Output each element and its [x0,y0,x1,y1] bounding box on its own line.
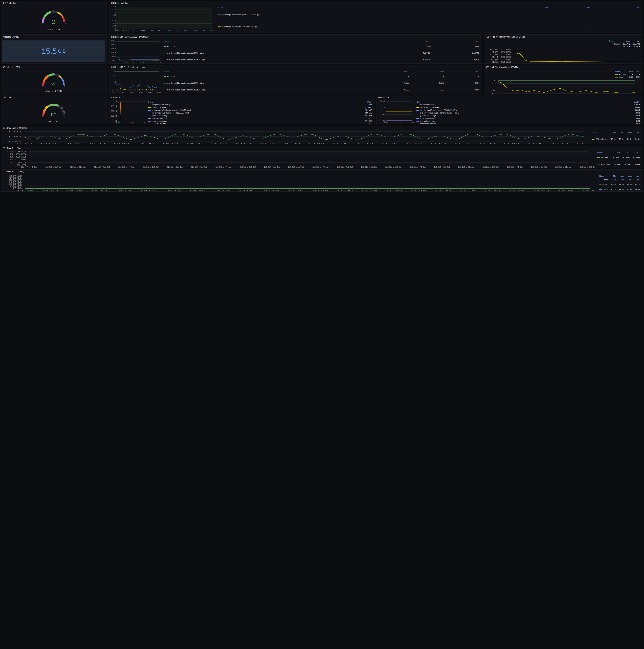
svg-text:20:45: 20:45 [311,190,328,191]
legend-row[interactable]: gke-devops-k8s-cluster-spot-33e68627-v6m… [415,109,642,112]
panel-title[interactable]: K8S Node VM Cpu Allocated Vs Usage [108,65,482,70]
svg-text:19:00: 19:00 [121,91,125,93]
svg-text:19:30: 19:30 [186,142,203,144]
chart-cpu-alloc-usage-2: 01234 18:0020:0022:00 [485,80,642,94]
svg-text:4: 4 [59,12,60,14]
legend-row[interactable]: dev-jenkins-nfs-storage100 GiB [415,106,642,109]
svg-text:15 GiB: 15 GiB [491,51,511,53]
bignum-alloc-mem: 15.5 GiB [2,40,105,62]
legend-row[interactable]: Usage13.7%14.3%13.9%14.0% [598,187,642,191]
panel-title[interactable]: Allocated Memory [1,35,106,39]
panel-title[interactable]: K8S Node VM Cpu Allocated Vs Usage [484,65,643,70]
svg-text:20:00: 20:00 [238,190,255,191]
legend-row[interactable]: Allocated444 [162,73,481,80]
legend-row[interactable]: gke-devops-k8s-cluster-general-b67c3f75-… [147,109,374,112]
legend-row[interactable]: gke-devops-k8s-cluster-general-b67c3f75-… [162,86,481,93]
svg-text:21:15: 21:15 [356,142,373,144]
svg-text:2: 2 [112,80,113,82]
legend-row[interactable]: gke-devops-k8s-cluster-spot-33e68627-grp… [217,20,642,33]
svg-text:0: 0 [42,23,43,25]
svg-text:21:00: 21:00 [332,142,349,144]
legend-row[interactable]: CPU Utilization13.5%16.3%14.5%14.6% [591,134,642,144]
svg-text:17:45: 17:45 [15,142,32,144]
panel-sql-cpu: SQL Database CPU Usage 14%15%16% 17:4518… [1,126,643,144]
legend-row[interactable]: maven-nfs-storage0 B [147,117,374,120]
legend-row[interactable]: sonar-data-storage55.4 KiB [147,120,374,122]
legend-row[interactable]: dev-jenkins-nfs-storage166 KiB [147,103,374,106]
panel-title[interactable]: Disk Writes [108,95,375,100]
svg-text:20:00: 20:00 [129,122,133,124]
panel-title[interactable]: K8S Node Size [1,1,106,5]
svg-text:21:00: 21:00 [167,30,171,32]
panel-sql-disk: SQL DataBase Disk 0 B2 GiB4 GiB6 GiB8 Gi… [1,146,643,168]
svg-text:4: 4 [112,70,113,72]
legend-cpu-alloc: Name Mean Max Last * Allocated444gke-dev… [162,70,481,93]
legend-row[interactable]: gke-devops-k8s-cluster-general-b67c3f75-… [217,9,642,20]
panel-title[interactable]: K8s Allocated CPU [1,65,106,70]
svg-text:22:30: 22:30 [483,190,500,191]
legend-row[interactable]: Allocated44 [614,73,642,76]
panel-menu-icon[interactable]: ⋮ [478,36,480,38]
legend-row[interactable]: Used13.1 GiB13.0 GiB [608,45,642,48]
legend-disk-writes: Name Mean dev-jenkins-nfs-storage166 KiB… [147,100,374,124]
svg-text:2: 2 [45,76,46,78]
svg-text:18:00: 18:00 [116,122,120,124]
legend-row[interactable]: gke-devops-k8s-cluster-general-b67c3f75-… [162,56,481,63]
panel-title-text[interactable]: K8S Node VM Memory Allocated Vs Usage [110,36,149,38]
svg-text:0: 0 [42,85,43,87]
svg-text:19:00: 19:00 [139,190,157,191]
legend-row[interactable]: grafana-nfs-storage11.8 KiB [147,114,374,117]
svg-text:18:00: 18:00 [114,30,119,32]
legend-cpu-alloc-2: Name Max Last * Allocated44Used3.930.680 [614,70,642,78]
svg-text:21:30: 21:30 [385,190,402,191]
panel-title[interactable]: SQL Database CPU Usage [1,126,643,130]
legend-sql-mem: Name Min Max Mean Last * Cache2.77%2.90%… [598,175,642,191]
panel-title[interactable]: SQL DataBase Disk [1,146,643,150]
legend-row[interactable]: forum-nfs-storage3 GiB [415,120,642,122]
svg-text:15.5 GiB: 15.5 GiB [486,49,511,51]
panel-title[interactable]: SQL DataBase Memory [1,170,643,174]
legend-row[interactable]: sonar-nfs-storage0 B [147,122,374,124]
svg-text:4: 4 [53,73,54,75]
svg-text:1 GiB: 1 GiB [113,100,118,102]
legend-row[interactable]: Total Provisioned219 GiB [415,103,642,106]
legend-row[interactable]: Bytes Used302 MiB302 MiB302 MiB [596,161,642,168]
legend-row[interactable]: Free82.9%83.5%83.2%83.1% [598,182,642,187]
svg-text:21:15: 21:15 [360,190,377,191]
panel-title[interactable]: K8S Node Pool Size [108,1,643,5]
legend-row[interactable]: gke-devops-k8s-cluster-spot-33e68627-v6m… [162,80,481,87]
svg-text:18:00: 18:00 [45,166,62,168]
svg-text:5: 5 [64,17,65,19]
svg-text:2: 2 [47,12,48,14]
svg-text:10 GiB: 10 GiB [111,52,116,54]
panel-title[interactable]: K8s Pods [1,95,106,100]
legend-row[interactable]: Allocated15.5 GiB15.5 GiB [608,43,642,45]
legend-row[interactable]: gke-devops-k8s-cluster-spot-33e68627-v6m… [162,50,481,56]
svg-text:21:00: 21:00 [337,166,353,168]
legend-row[interactable]: Allocated9.75 GiB9.75 GiB9.75 GiB [596,154,642,161]
panel-title[interactable]: K8S Node VM Memory Allocated Vs Usage [484,35,643,39]
svg-text:40: 40 [53,103,55,105]
legend-row[interactable]: gke-devops-k8s-cluster-spot-33e68627-v6m… [147,112,374,114]
svg-text:22:45: 22:45 [503,142,519,144]
panel-title[interactable]: Disk Allocated [377,95,643,100]
legend-row[interactable]: Used3.930.680 [614,76,642,78]
svg-text:22:00: 22:00 [148,91,152,93]
svg-text:19:00: 19:00 [137,142,154,144]
svg-text:0 B: 0 B [115,120,118,122]
svg-text:20:00: 20:00 [132,61,136,63]
svg-text:1.25: 1.25 [112,14,116,16]
svg-text:18:30: 18:30 [94,166,111,168]
svg-text:20: 20 [44,108,46,110]
legend-row[interactable]: forum-nfs-storage46.6 KiB [147,106,374,109]
svg-text:0.5: 0.5 [113,23,116,25]
svg-text:23:15: 23:15 [551,142,568,144]
legend-row[interactable]: sonar-data-storage3 GiB [415,122,642,124]
legend-row[interactable]: gke-devops-k8s-cluster-general-b67c3f75-… [415,112,642,114]
legend-row[interactable]: Allocated15.5 GiB15.5 GiB [162,43,481,50]
svg-text:60: 60 [61,107,63,109]
svg-text:22:15: 22:15 [459,190,475,191]
legend-row[interactable]: grafana-nfs-storage5 GiB [415,114,642,117]
legend-row[interactable]: Cache2.77%2.90%2.84%2.90% [598,177,642,182]
legend-row[interactable]: maven-nfs-storage5 GiB [415,117,642,120]
